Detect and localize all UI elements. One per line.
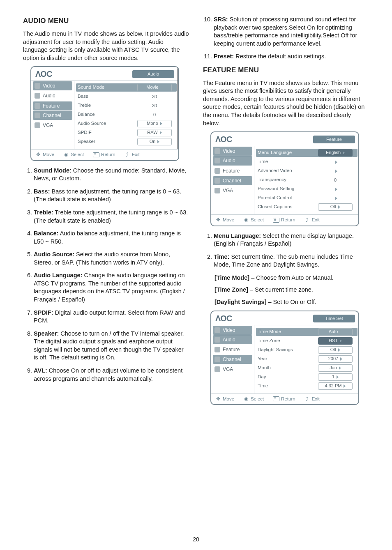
value-chip: HST (318, 337, 353, 345)
vga-icon (214, 366, 220, 372)
item-label: SPDIF: (34, 309, 53, 316)
chevron-right-icon (339, 366, 341, 370)
item-text: Treble tone adjustment, the tuning range… (34, 209, 188, 224)
row-label: Audio Source (78, 120, 134, 127)
osd-footer: ✥Move ◉Select Return Exit (31, 149, 178, 160)
chevron-right-icon (338, 205, 340, 209)
osd-row: Parental Control (258, 194, 356, 202)
chevron-right-icon (343, 151, 345, 154)
row-label: Parental Control (258, 195, 315, 201)
osd-footer: ✥Move ◉Select Return Exit (211, 214, 358, 226)
chevron-right-icon (335, 161, 337, 164)
item-label: Speaker: (34, 330, 59, 337)
osd-row: Year2007 (258, 355, 356, 363)
value-chip: Movie (137, 84, 172, 91)
item-label: Audio Source: (34, 251, 74, 258)
nav-channel: Channel (223, 356, 241, 363)
nav-video: Video (223, 327, 235, 334)
osd-row: Time4:32 PM (258, 382, 356, 390)
item-label: Bass: (34, 188, 50, 195)
row-label: Time (258, 159, 315, 165)
item-label: Audio Language: (34, 272, 82, 278)
osd-row: Closed CaptionsOff (258, 203, 356, 211)
feature-settings-list: Menu Language: Select the menu display l… (203, 232, 369, 269)
row-label: Password Setting (258, 186, 315, 192)
item-text: Restore the default audio settings. (234, 53, 326, 60)
audio-settings-list-cont: SRS: Solution of processing surround sou… (203, 16, 369, 61)
row-label: Menu Language (258, 150, 315, 156)
row-label: Balance (78, 111, 134, 118)
foot-return: Return (281, 217, 295, 223)
chevron-right-icon (157, 140, 159, 143)
channel-icon (214, 357, 220, 362)
list-item: Preset: Restore the default audio settin… (214, 53, 369, 61)
osd-row: Menu LanguageEnglish (256, 149, 357, 157)
value-text: 30 (152, 103, 157, 108)
foot-select: Select (71, 152, 84, 158)
foot-move: Move (43, 152, 54, 158)
row-label: Closed Captions (258, 204, 315, 210)
nav-audio: Audio (43, 92, 55, 99)
osd-row: Time ModeAuto (256, 328, 357, 336)
row-label: Time (258, 383, 315, 389)
time-mode-note: [Time Mode] – Choose from Auto or Manual… (214, 274, 369, 282)
nav-vga: VGA (223, 187, 233, 194)
feature-icon (214, 168, 220, 174)
osd-row: Treble30 (78, 101, 175, 110)
osd-row: Sound ModeMovie (76, 83, 177, 92)
chevron-right-icon (344, 384, 346, 388)
row-label: Month (258, 365, 315, 371)
list-item: SRS: Solution of processing surround sou… (214, 16, 369, 48)
nav-channel: Channel (43, 112, 61, 119)
row-label: Speaker (78, 138, 134, 145)
aoc-logo: ΛOC (215, 313, 232, 324)
chevron-right-icon (340, 339, 342, 343)
item-text: Set current time. The sub-menu includes … (214, 253, 353, 268)
list-item: Sound Mode: Choose the sound mode: Stand… (34, 167, 189, 183)
nav-vga: VGA (223, 366, 233, 373)
osd-row: Password Setting (258, 185, 356, 193)
osd-title: Time Set (313, 315, 355, 322)
chevron-right-icon (335, 170, 337, 173)
feature-icon (35, 103, 40, 109)
chevron-right-icon (160, 131, 162, 134)
foot-exit: Exit (312, 217, 320, 223)
feature-menu-heading: FEATURE MENU (203, 66, 369, 75)
daylight-savings-note: [Daylight Savings] – Set to On or Off. (214, 298, 369, 306)
value-chip: Off (318, 203, 353, 211)
nav-vga: VGA (43, 122, 53, 129)
foot-exit: Exit (132, 152, 140, 158)
exit-icon (304, 396, 310, 403)
select-icon: ◉ (243, 396, 249, 403)
list-item: Menu Language: Select the menu display l… (214, 232, 369, 248)
chevron-right-icon (338, 348, 340, 352)
item-label: Balance: (34, 230, 58, 237)
return-icon (93, 152, 99, 157)
value-chip: 4:32 PM (318, 382, 353, 390)
osd-feature: ΛOC Feature Video Audio Feature Channel … (210, 131, 359, 226)
osd-left-nav: Video Audio Feature Channel VGA (211, 325, 254, 394)
osd-left-nav: Video Audio Feature Channel VGA (31, 81, 74, 149)
select-icon: ◉ (63, 152, 69, 158)
osd-row: Time ZoneHST (258, 337, 356, 345)
move-icon: ✥ (215, 217, 221, 223)
osd-left-nav: Video Audio Feature Channel VGA (211, 146, 254, 214)
sub-label: [Time Mode] (214, 274, 249, 281)
chevron-right-icon (335, 188, 337, 191)
item-text: Bass tone adjustment, the tuning range i… (34, 188, 181, 203)
foot-select: Select (251, 217, 264, 223)
osd-title: Feature (313, 136, 355, 143)
chevron-right-icon (340, 357, 342, 361)
chevron-right-icon (335, 197, 337, 200)
nav-audio: Audio (223, 336, 235, 343)
audio-icon (214, 337, 220, 343)
nav-video: Video (223, 148, 235, 154)
list-item: Treble: Treble tone adjustment, the tuni… (34, 209, 189, 225)
value-chip: Jan (318, 364, 353, 372)
exit-icon (304, 216, 310, 224)
video-icon (35, 83, 40, 89)
sub-label: [Daylight Savings] (214, 299, 267, 305)
list-item: Speaker: Choose to turn on / off the TV … (34, 330, 189, 362)
vga-icon (35, 122, 40, 128)
osd-title: Audio (132, 70, 174, 78)
